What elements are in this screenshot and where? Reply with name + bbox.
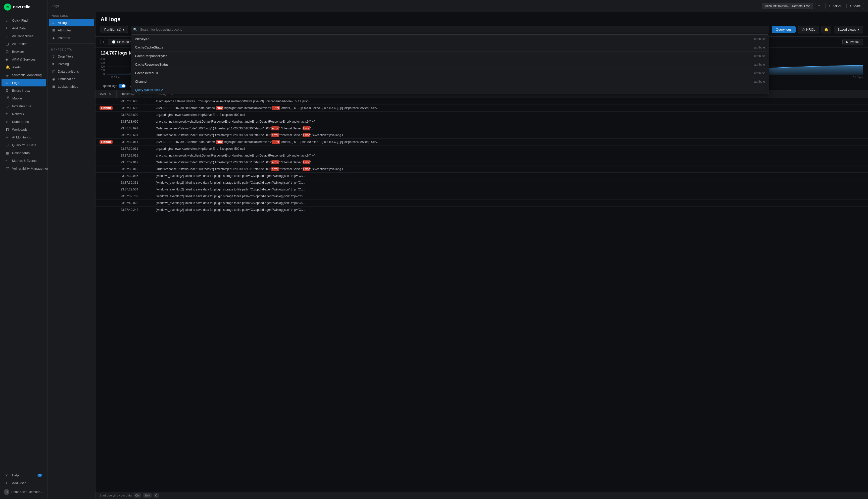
log-table-body: 23:37:38.688at org.apache.catalina.valve… (96, 98, 868, 213)
sidebar-item-infrastructure[interactable]: ⬡Infrastructure (1, 102, 46, 110)
dropdown-item-activityid[interactable]: ActivityIDattribute (131, 35, 769, 43)
dropdown-item-cachetieredfill[interactable]: CacheTieredFillattribute (131, 69, 769, 77)
dropdown-item-cacheresponsebytes[interactable]: CacheResponseBytesattribute (131, 52, 769, 60)
sidebar-item-browser[interactable]: ⬡Browser (1, 48, 46, 55)
sidebar-item-vulnerability-management[interactable]: 🛡Vulnerability Management (1, 165, 46, 172)
ask-ai-button[interactable]: ✦ Ask AI (825, 3, 844, 9)
panel-item-patterns[interactable]: ◈Patterns (49, 34, 94, 41)
dropdown-item-channel[interactable]: Channelattribute (131, 77, 769, 86)
search-icon: 🔍 (133, 28, 137, 32)
chevron-down-icon: ▾ (857, 28, 859, 32)
table-row[interactable]: 23:37:38.690org.springframework.web.clie… (96, 112, 868, 118)
cell-message: org.springframework.web.client.HttpServe… (152, 112, 868, 118)
expand-logs-toggle[interactable]: Expand logs (100, 84, 126, 88)
query-your-data-icon: ⬡ (5, 143, 10, 147)
sidebar-item-ai-monitoring[interactable]: ✦AI Monitoring (1, 133, 46, 141)
table-row[interactable]: 23:37:39.012Order response: {"statusCode… (96, 166, 868, 173)
toggle-knob (122, 84, 125, 87)
table-row[interactable]: 23:37:39.011org.springframework.web.clie… (96, 145, 868, 152)
sidebar-item-quick-find[interactable]: ⌕Quick Find (1, 16, 46, 24)
sidebar-item-all-capabilities[interactable]: ⊞All Capabilities (1, 32, 46, 40)
panel-item-data-partitions[interactable]: ◫Data partitions (49, 68, 94, 75)
time-prev-button[interactable]: ‹ (100, 39, 106, 45)
cell-level (96, 118, 117, 125)
sidebar-item-label: Browser (12, 50, 24, 53)
sidebar-item-label: Logs (12, 81, 19, 85)
cell-timestamp: 23:37:39.012 (117, 159, 152, 166)
sidebar-item-all-entities[interactable]: ◫All Entities (1, 40, 46, 48)
sidebar-item-mobile[interactable]: 📱Mobile (1, 95, 46, 102)
table-row[interactable]: 23:37:38.690at org.springframework.web.c… (96, 118, 868, 125)
sidebar-item-apm-services[interactable]: ◈APM & Services (1, 56, 46, 63)
breadcrumb-logs[interactable]: Logs (52, 4, 59, 8)
help-button[interactable]: ? (815, 3, 823, 9)
panel-item-obfuscation[interactable]: ◉Obfuscation (49, 75, 94, 83)
table-row[interactable]: 23:37:40.242[windows_eventlog2] failed t… (96, 207, 868, 213)
sidebar-item-workloads[interactable]: ◧Workloads (1, 126, 46, 133)
play-icon: ▶ (846, 40, 848, 44)
sidebar-item-label: Kubernetes (12, 120, 29, 124)
cell-timestamp: 23:37:39.564 (117, 186, 152, 193)
topbar: Logs Account: 1606862 - Demotour V2 ? ✦ … (48, 0, 868, 12)
sidebar-item-label: Quick Find (12, 19, 28, 22)
sidebar-item-help[interactable]: ? Help 3 (1, 471, 46, 479)
table-row[interactable]: ERROR23:37:38.6902024-07-03 18:07:38.689… (96, 105, 868, 112)
panel-item-label: All logs (58, 21, 68, 25)
table-row[interactable]: 23:37:39.564[windows_eventlog2] failed t… (96, 186, 868, 193)
live-tail-button[interactable]: ▶ live tail (842, 39, 863, 45)
sidebar-item-add-data[interactable]: +Add Data (1, 24, 46, 32)
table-row[interactable]: ERROR23:37:39.0112024-07-03 18:07:39.010… (96, 139, 868, 145)
add-user-label: Add User (12, 481, 26, 485)
partition-button[interactable]: Partition (1) ▾ (100, 26, 128, 33)
user-name: Demo User - demonewre... (11, 490, 44, 494)
nrql-button[interactable]: ⬡ NRQL (798, 26, 819, 34)
table-row[interactable]: 23:37:39.012Order response: {"statusCode… (96, 159, 868, 166)
sidebar-item-synthetic-monitoring[interactable]: ◎Synthetic Monitoring (1, 71, 46, 78)
saved-views-button[interactable]: Saved views ▾ (834, 26, 863, 34)
account-selector[interactable]: Account: 1606862 - Demotour V2 (762, 3, 813, 9)
sidebar-item-label: All Capabilities (12, 34, 34, 38)
expand-logs-switch[interactable] (119, 84, 126, 88)
notifications-button[interactable]: 🔔 (821, 26, 831, 34)
log-table: level ✕ timestamp ✕ message ✕ (96, 90, 868, 213)
error-highlight: error (271, 133, 279, 137)
table-row[interactable]: 23:37:39.011at org.springframework.web.c… (96, 152, 868, 159)
sidebar-item-dashboards[interactable]: ▦Dashboards (1, 149, 46, 157)
your-logs-header: YOUR LOGS (48, 12, 95, 19)
sidebar-item-label: APM & Services (12, 58, 36, 61)
sidebar-item-add-user[interactable]: + Add User (1, 479, 46, 487)
share-button[interactable]: ↑ Share (846, 3, 864, 9)
dropdown-item-type: attribute (754, 46, 765, 49)
table-row[interactable]: 23:37:40.028[windows_eventlog2] failed t… (96, 200, 868, 207)
table-row[interactable]: 23:37:38.691Order response: {"statusCode… (96, 132, 868, 139)
table-row[interactable]: 23:37:38.688at org.apache.catalina.valve… (96, 98, 868, 105)
panel-item-lookup-tables[interactable]: ▦Lookup tables (49, 83, 94, 90)
query-logs-button[interactable]: Query logs (772, 26, 796, 33)
sidebar-item-errors-inbox[interactable]: ⊠Errors Inbox (1, 87, 46, 94)
sidebar-item-alerts[interactable]: 🔔Alerts (1, 63, 46, 71)
cell-message: Order response: {"statusCode":500,"body"… (152, 166, 868, 173)
table-row[interactable]: 23:37:38.691Order response: {"statusCode… (96, 125, 868, 132)
user-profile[interactable]: D Demo User - demonewre... (0, 487, 48, 497)
cell-message: [windows_eventlog2] failed to save data … (152, 179, 868, 186)
panel-item-parsing[interactable]: ≡Parsing (49, 60, 94, 68)
sidebar-item-logs[interactable]: ≡Logs (1, 79, 46, 86)
panel-item-drop-filters[interactable]: ⊽Drop filters (49, 53, 94, 60)
panel-item-attributes[interactable]: ⊞Attributes (49, 27, 94, 34)
dropdown-item-cacheresponsestatus[interactable]: CacheResponseStatusattribute (131, 60, 769, 69)
table-row[interactable]: 23:37:39.789[windows_eventlog2] failed t… (96, 193, 868, 200)
close-level-col[interactable]: ✕ (109, 92, 111, 96)
sidebar-item-kubernetes[interactable]: ⎈Kubernetes (1, 118, 46, 125)
sidebar-item-metrics-events[interactable]: ≈Metrics & Events (1, 157, 46, 164)
dropdown-item-cachecachestatus[interactable]: CacheCacheStatusattribute (131, 43, 769, 52)
table-row[interactable]: 23:37:39.331[windows_eventlog2] failed t… (96, 179, 868, 186)
sidebar-item-network[interactable]: #Network (1, 110, 46, 118)
dropdown-footer-docs[interactable]: Query syntax docs ↗ (131, 86, 769, 94)
drop-filters-icon: ⊽ (52, 54, 56, 58)
sidebar-item-query-your-data[interactable]: ⬡Query Your Data (1, 141, 46, 149)
sidebar-item-more[interactable]: ... (1, 172, 46, 180)
table-row[interactable]: 23:37:39.086[windows_eventlog2] failed t… (96, 173, 868, 179)
search-input[interactable] (131, 26, 769, 34)
help-icon: ? (818, 4, 820, 8)
panel-item-all-logs[interactable]: ≡All logs (49, 19, 94, 26)
